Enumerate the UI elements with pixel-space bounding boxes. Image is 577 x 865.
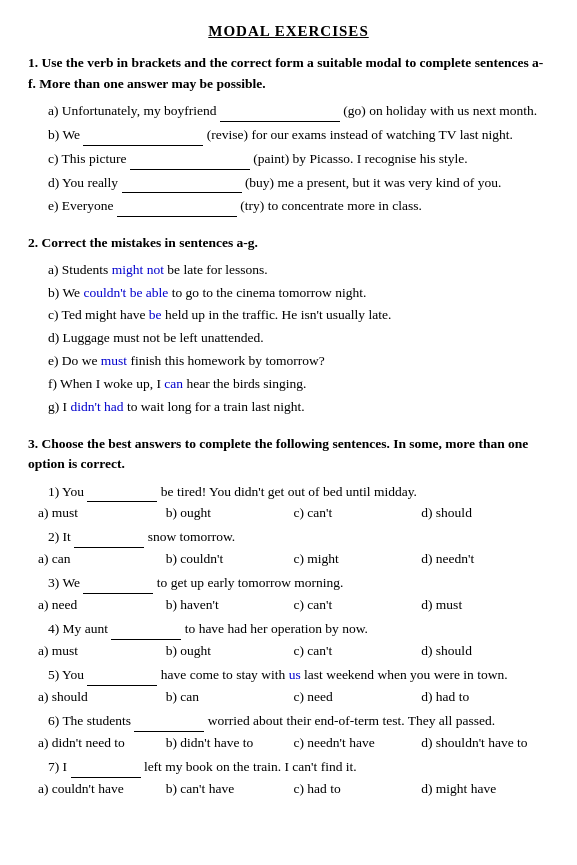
blank <box>87 664 157 686</box>
item-text: held up in the traffic. He isn't usually… <box>162 307 392 322</box>
item-text: finish this homework by tomorrow? <box>127 353 325 368</box>
item-text: (paint) by Picasso. I recognise his styl… <box>250 151 468 166</box>
question-item: 7) I left my book on the train. I can't … <box>28 756 549 778</box>
item-label: g) I <box>48 399 71 414</box>
options-row: a) should b) can c) need d) had to <box>28 687 549 708</box>
item-label: c) This picture <box>48 151 130 166</box>
question-item: 4) My aunt to have had her operation by … <box>28 618 549 640</box>
question-text: be tired! You didn't get out of bed unti… <box>157 484 417 499</box>
item-text: (go) on holiday with us next month. <box>340 103 537 118</box>
blank <box>83 124 203 146</box>
blank <box>74 526 144 548</box>
question-item: 6) The students worried about their end-… <box>28 710 549 732</box>
option: a) should <box>38 687 166 708</box>
item-text: to wait long for a train last night. <box>124 399 305 414</box>
list-item: b) We couldn't be able to go to the cine… <box>28 283 549 304</box>
options-row: a) must b) ought c) can't d) should <box>28 641 549 662</box>
question-item: 5) You have come to stay with us last we… <box>28 664 549 686</box>
page-title: MODAL EXERCISES <box>28 20 549 43</box>
option: d) needn't <box>421 549 549 570</box>
option: b) can't have <box>166 779 294 800</box>
option: c) can't <box>294 641 422 662</box>
item-label: b) We <box>48 285 83 300</box>
list-item: a) Unfortunately, my boyfriend (go) on h… <box>28 100 549 122</box>
item-text: (buy) me a present, but it was very kind… <box>242 175 502 190</box>
option: b) couldn't <box>166 549 294 570</box>
blank <box>134 710 204 732</box>
section-3-title: 3. Choose the best answers to complete t… <box>28 434 549 475</box>
option: a) must <box>38 503 166 524</box>
blank <box>117 195 237 217</box>
list-item: f) When I woke up, I can hear the birds … <box>28 374 549 395</box>
list-item: e) Do we must finish this homework by to… <box>28 351 549 372</box>
question-num: 1) You <box>48 484 87 499</box>
item-text: (try) to concentrate more in class. <box>237 198 422 213</box>
blank <box>71 756 141 778</box>
item-text: hear the birds singing. <box>183 376 306 391</box>
item-label: c) Ted might have <box>48 307 149 322</box>
item-label: d) You really <box>48 175 122 190</box>
question-item: 3) We to get up early tomorrow morning. <box>28 572 549 594</box>
option: a) need <box>38 595 166 616</box>
option: d) must <box>421 595 549 616</box>
item-label: a) Students <box>48 262 112 277</box>
question-num: 3) We <box>48 575 83 590</box>
question-text: have come to stay with us last weekend w… <box>157 667 507 682</box>
item-label: e) Do we <box>48 353 101 368</box>
question-num: 6) The students <box>48 713 134 728</box>
question-text: left my book on the train. I can't find … <box>141 759 357 774</box>
list-item: d) You really (buy) me a present, but it… <box>28 172 549 194</box>
item-label: e) Everyone <box>48 198 117 213</box>
blank <box>111 618 181 640</box>
section-2: 2. Correct the mistakes in sentences a-g… <box>28 233 549 418</box>
section-3: 3. Choose the best answers to complete t… <box>28 434 549 799</box>
option: c) can't <box>294 595 422 616</box>
section-1: 1. Use the verb in brackets and the corr… <box>28 53 549 217</box>
question-num: 5) You <box>48 667 87 682</box>
item-label: f) When I woke up, I <box>48 376 164 391</box>
error-text: be <box>149 307 162 322</box>
option: d) shouldn't have to <box>421 733 549 754</box>
option: b) ought <box>166 503 294 524</box>
section-2-title: 2. Correct the mistakes in sentences a-g… <box>28 233 549 253</box>
question-num: 7) I <box>48 759 71 774</box>
question-text: to get up early tomorrow morning. <box>153 575 343 590</box>
option: b) didn't have to <box>166 733 294 754</box>
error-text: might not <box>112 262 164 277</box>
list-item: c) Ted might have be held up in the traf… <box>28 305 549 326</box>
option: d) might have <box>421 779 549 800</box>
list-item: d) Luggage must not be left unattended. <box>28 328 549 349</box>
list-item: g) I didn't had to wait long for a train… <box>28 397 549 418</box>
option: c) might <box>294 549 422 570</box>
option: b) can <box>166 687 294 708</box>
option: c) need <box>294 687 422 708</box>
blank <box>220 100 340 122</box>
item-text: to go to the cinema tomorrow night. <box>168 285 366 300</box>
question-num: 2) It <box>48 529 74 544</box>
section-1-title: 1. Use the verb in brackets and the corr… <box>28 53 549 94</box>
option: a) can <box>38 549 166 570</box>
options-row: a) didn't need to b) didn't have to c) n… <box>28 733 549 754</box>
options-row: a) couldn't have b) can't have c) had to… <box>28 779 549 800</box>
options-row: a) can b) couldn't c) might d) needn't <box>28 549 549 570</box>
error-text: must <box>101 353 127 368</box>
item-text: be late for lessons. <box>164 262 268 277</box>
question-num: 4) My aunt <box>48 621 111 636</box>
option: c) needn't have <box>294 733 422 754</box>
option: a) didn't need to <box>38 733 166 754</box>
option: d) had to <box>421 687 549 708</box>
question-item: 2) It snow tomorrow. <box>28 526 549 548</box>
question-text: snow tomorrow. <box>144 529 235 544</box>
option: a) must <box>38 641 166 662</box>
list-item: c) This picture (paint) by Picasso. I re… <box>28 148 549 170</box>
option: b) haven't <box>166 595 294 616</box>
item-label: d) Luggage must not be left unattended. <box>48 330 264 345</box>
error-text: didn't had <box>71 399 124 414</box>
options-row: a) must b) ought c) can't d) should <box>28 503 549 524</box>
option: c) can't <box>294 503 422 524</box>
option: c) had to <box>294 779 422 800</box>
option: b) ought <box>166 641 294 662</box>
options-row: a) need b) haven't c) can't d) must <box>28 595 549 616</box>
item-label: b) We <box>48 127 83 142</box>
blank <box>122 172 242 194</box>
